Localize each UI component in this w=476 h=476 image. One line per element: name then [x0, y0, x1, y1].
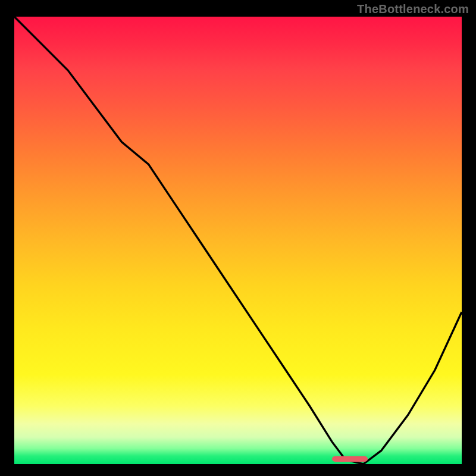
plot-area — [14, 17, 462, 464]
watermark-text: TheBottleneck.com — [357, 2, 469, 16]
optimum-marker — [332, 456, 368, 462]
chart-frame: TheBottleneck.com — [0, 0, 476, 476]
marker-layer — [14, 17, 462, 464]
